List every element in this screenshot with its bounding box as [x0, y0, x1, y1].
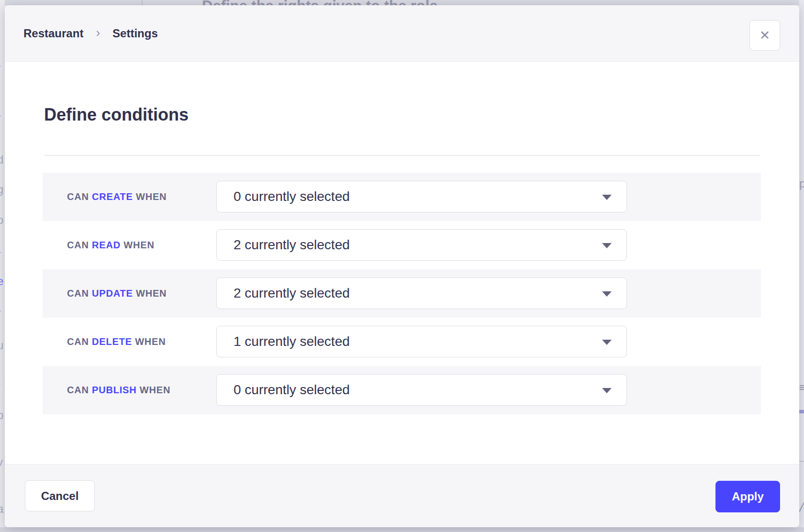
modal-body: Define conditions CAN CREATE WHEN 0 curr… [5, 62, 799, 464]
background-text-fragment: e [0, 276, 3, 287]
title-divider [44, 155, 760, 156]
label-prefix: CAN [67, 240, 89, 250]
background-text-fragment: r [0, 307, 1, 319]
background-page-left-strip: -rdgorerutpva [0, 0, 5, 532]
conditions-select-create[interactable]: 0 currently selected [216, 181, 627, 212]
condition-row-update: CAN UPDATE WHEN 2 currently selected [43, 269, 761, 318]
background-text-fragment: p [799, 178, 804, 189]
cancel-button[interactable]: Cancel [25, 480, 95, 511]
background-text-fragment: a [0, 503, 3, 515]
conditions-select-update[interactable]: 2 currently selected [216, 277, 627, 309]
conditions-rows: CAN CREATE WHEN 0 currently selected CAN… [43, 173, 761, 414]
label-prefix: CAN [67, 288, 89, 299]
condition-label: CAN READ WHEN [67, 240, 155, 251]
label-suffix: WHEN [123, 240, 154, 250]
caret-down-icon [602, 388, 612, 393]
background-text-fragment: - [0, 59, 1, 71]
background-text-fragment: ≡ [799, 382, 804, 393]
select-value: 0 currently selected [234, 189, 350, 204]
background-page-heading: Define the rights given to the role [202, 0, 438, 5]
background-page-bottom-strip [0, 527, 804, 532]
label-suffix: WHEN [136, 191, 167, 202]
label-action: UPDATE [92, 288, 133, 299]
caret-down-icon [602, 291, 612, 297]
background-text-fragment: u [0, 340, 3, 351]
condition-label: CAN DELETE WHEN [67, 336, 166, 347]
conditions-modal: Restaurant › Settings ✕ Define condition… [5, 5, 799, 527]
background-text-fragment: ▬ [799, 404, 804, 415]
background-divider [142, 0, 143, 5]
condition-row-publish: CAN PUBLISH WHEN 0 currently selected [43, 366, 761, 414]
select-value: 2 currently selected [234, 286, 350, 301]
background-text-fragment: t [0, 375, 0, 387]
apply-button[interactable]: Apply [715, 481, 780, 512]
condition-row-read: CAN READ WHEN 2 currently selected [43, 221, 761, 269]
label-action: DELETE [92, 336, 132, 347]
background-text-fragment: v [0, 456, 3, 468]
condition-label: CAN CREATE WHEN [67, 191, 167, 202]
label-prefix: CAN [67, 385, 89, 395]
modal-header: Restaurant › Settings ✕ [5, 5, 799, 62]
breadcrumb-item-settings: Settings [112, 27, 158, 40]
breadcrumb: Restaurant › Settings [23, 5, 158, 62]
close-icon: ✕ [759, 29, 770, 42]
label-prefix: CAN [67, 336, 89, 347]
conditions-select-delete[interactable]: 1 currently selected [216, 326, 627, 357]
select-value: 0 currently selected [234, 382, 350, 398]
condition-label: CAN PUBLISH WHEN [67, 385, 170, 396]
conditions-select-read[interactable]: 2 currently selected [216, 229, 627, 261]
caret-down-icon [602, 195, 612, 200]
close-button[interactable]: ✕ [749, 20, 780, 51]
background-text-fragment: — [799, 454, 804, 466]
conditions-select-publish[interactable]: 0 currently selected [216, 374, 627, 406]
caret-down-icon [602, 340, 612, 345]
background-text-fragment: r [0, 249, 1, 260]
condition-label: CAN UPDATE WHEN [67, 288, 167, 299]
select-value: 2 currently selected [234, 237, 350, 253]
label-action: PUBLISH [92, 385, 136, 395]
background-page-right-strip: p≡▬—╱ [799, 0, 804, 532]
condition-row-create: CAN CREATE WHEN 0 currently selected [43, 173, 761, 221]
label-suffix: WHEN [135, 336, 166, 347]
select-value: 1 currently selected [234, 334, 350, 349]
background-text-fragment: ╱ [799, 499, 804, 511]
label-action: CREATE [92, 191, 133, 202]
background-text-fragment: o [0, 214, 3, 226]
breadcrumb-item-restaurant[interactable]: Restaurant [23, 27, 83, 40]
label-suffix: WHEN [140, 385, 170, 395]
background-page-top-strip: Define the rights given to the role [0, 0, 804, 5]
label-suffix: WHEN [136, 288, 167, 299]
chevron-right-icon: › [96, 25, 100, 40]
background-text-fragment: p [0, 410, 3, 421]
background-text-fragment: g [0, 184, 3, 195]
caret-down-icon [602, 243, 612, 248]
background-text-fragment: d [0, 154, 3, 166]
label-action: READ [92, 240, 121, 250]
page-title: Define conditions [44, 104, 189, 125]
background-text-fragment: r [0, 112, 1, 123]
label-prefix: CAN [67, 191, 89, 202]
condition-row-delete: CAN DELETE WHEN 1 currently selected [43, 318, 761, 366]
modal-footer: Cancel Apply [5, 464, 799, 527]
